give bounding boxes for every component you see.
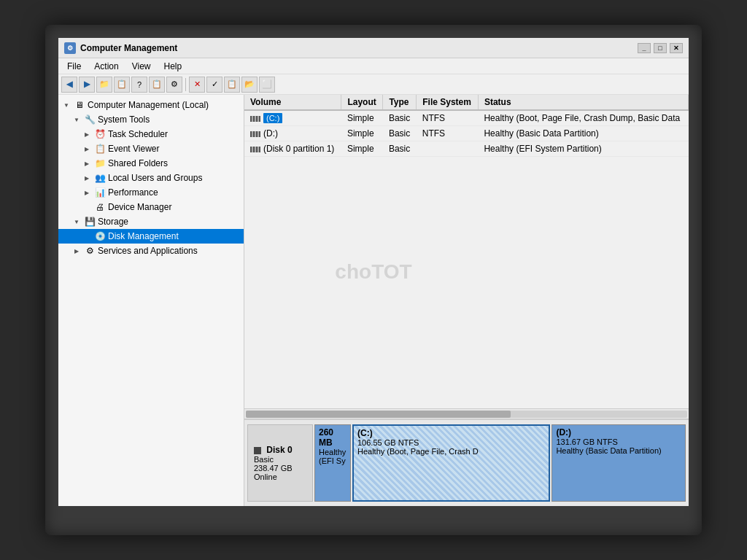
volume-part1-label: (Disk 0 partition 1): [263, 144, 334, 154]
monitor-bezel: ⚙ Computer Management _ □ ✕ File Action …: [45, 25, 702, 535]
shared-folders-icon: 📁: [94, 158, 106, 169]
col-volume: Volume: [244, 95, 341, 110]
volume-d-label: (D:): [263, 128, 278, 139]
expand-icon-event-viewer[interactable]: ▶: [82, 144, 92, 154]
expand-icon-system-tools[interactable]: ▼: [71, 114, 82, 125]
app-icon: ⚙: [64, 42, 76, 54]
sidebar-tree: ▼ 🖥 Computer Management (Local) ▼ 🔧 Syst…: [58, 95, 244, 506]
expand-icon-disk-management: [82, 231, 92, 241]
expand-icon-performance[interactable]: ▶: [82, 187, 92, 198]
services-icon: ⚙: [84, 245, 96, 257]
storage-icon: 💾: [84, 216, 96, 228]
sidebar-item-disk-management[interactable]: 💿 Disk Management: [58, 229, 244, 244]
expand-icon-services[interactable]: ▶: [71, 246, 82, 256]
horizontal-scrollbar[interactable]: [244, 408, 689, 419]
expand-icon-task-scheduler[interactable]: ▶: [82, 129, 92, 139]
save-button[interactable]: 📂: [241, 77, 258, 93]
col-layout: Layout: [341, 95, 383, 110]
partition-c-status: Healthy (Boot, Page File, Crash D: [357, 447, 545, 456]
sidebar-label-performance: Performance: [108, 187, 158, 198]
check-button[interactable]: ✓: [206, 77, 222, 93]
expand-icon-storage[interactable]: ▼: [71, 217, 82, 227]
partition-c-label: (C:): [357, 428, 545, 438]
sidebar-label-device-manager: Device Manager: [108, 202, 171, 212]
disk-type: Basic: [254, 455, 306, 464]
scrollbar-thumb[interactable]: [246, 411, 511, 418]
col-type: Type: [383, 95, 417, 110]
view-button[interactable]: ⬜: [259, 77, 275, 93]
cell-fs-c: NTFS: [417, 110, 479, 126]
volume-table-container: choTOT Volume Layout Type File System St…: [244, 95, 689, 408]
sidebar-label-local-users: Local Users and Groups: [108, 173, 202, 183]
sidebar-item-event-viewer[interactable]: ▶ 📋 Event Viewer: [58, 141, 244, 156]
cell-status-part1: Healthy (EFI System Partition): [478, 141, 688, 157]
disk-status: Online: [254, 472, 306, 481]
menu-help[interactable]: Help: [158, 60, 188, 73]
partition-d-status: Healthy (Basic Data Partition): [556, 446, 681, 455]
disk-visualization-section: Disk 0 Basic 238.47 GB Online 260 MB Hea…: [244, 419, 689, 506]
cell-type-c: Basic: [383, 110, 417, 126]
sidebar-item-local-users-groups[interactable]: ▶ 👥 Local Users and Groups: [58, 171, 244, 185]
menu-bar: File Action View Help: [58, 58, 689, 74]
partition-efi-sublabel: Healthy (EFI Sy: [319, 448, 347, 465]
sidebar-label-task-scheduler: Task Scheduler: [108, 129, 168, 139]
sidebar-label-computer-management: Computer Management (Local): [88, 100, 209, 110]
sidebar-item-system-tools[interactable]: ▼ 🔧 System Tools: [58, 112, 244, 127]
partition-efi[interactable]: 260 MB Healthy (EFI Sy: [314, 424, 351, 502]
title-controls: _ □ ✕: [638, 43, 683, 53]
expand-icon-shared-folders[interactable]: ▶: [82, 158, 92, 168]
event-viewer-icon: 📋: [94, 143, 106, 155]
sidebar-item-device-manager[interactable]: 🖨 Device Manager: [58, 200, 244, 214]
partition-c-size: 106.55 GB NTFS: [357, 438, 545, 447]
cell-status-c: Healthy (Boot, Page File, Crash Dump, Ba…: [478, 110, 688, 126]
menu-view[interactable]: View: [126, 60, 157, 73]
copy-button[interactable]: 📋: [114, 77, 130, 93]
back-button[interactable]: ◀: [61, 77, 77, 93]
partition-d[interactable]: (D:) 131.67 GB NTFS Healthy (Basic Data …: [551, 424, 686, 502]
scrollbar-track[interactable]: [246, 411, 687, 418]
maximize-button[interactable]: □: [654, 43, 667, 53]
screen: ⚙ Computer Management _ □ ✕ File Action …: [58, 38, 689, 506]
sidebar-item-performance[interactable]: ▶ 📊 Performance: [58, 185, 244, 200]
disk-size: 238.47 GB: [254, 464, 306, 472]
expand-icon-computer-management[interactable]: ▼: [61, 100, 71, 110]
sidebar-item-services-applications[interactable]: ▶ ⚙ Services and Applications: [58, 244, 244, 258]
partition-c[interactable]: (C:) 106.55 GB NTFS Healthy (Boot, Page …: [352, 424, 550, 502]
expand-icon-local-users[interactable]: ▶: [82, 173, 92, 183]
cell-layout-c: Simple: [341, 110, 383, 126]
sidebar-item-task-scheduler[interactable]: ▶ ⏰ Task Scheduler: [58, 127, 244, 141]
table-row[interactable]: (C:) Simple Basic NTFS Healthy (Boot, Pa…: [244, 110, 689, 126]
minimize-button[interactable]: _: [638, 43, 651, 53]
settings-button[interactable]: ⚙: [166, 77, 182, 93]
cell-fs-d: NTFS: [417, 126, 479, 141]
table-row[interactable]: (D:) Simple Basic NTFS Healthy (Basic Da…: [244, 126, 689, 141]
forward-button[interactable]: ▶: [79, 77, 95, 93]
menu-action[interactable]: Action: [88, 60, 124, 73]
system-tools-icon: 🔧: [84, 114, 96, 125]
sidebar-item-storage[interactable]: ▼ 💾 Storage: [58, 214, 244, 229]
cell-type-part1: Basic: [383, 141, 417, 157]
content-area: choTOT Volume Layout Type File System St…: [244, 95, 689, 506]
window-title: Computer Management: [80, 43, 177, 53]
menu-file[interactable]: File: [61, 60, 87, 73]
folder-button[interactable]: 📁: [96, 77, 112, 93]
sidebar-label-system-tools: System Tools: [98, 114, 150, 125]
sidebar-item-computer-management[interactable]: ▼ 🖥 Computer Management (Local): [58, 98, 244, 112]
close-button[interactable]: ✕: [670, 43, 683, 53]
delete-button[interactable]: ✕: [189, 77, 205, 93]
toolbar-separator: [185, 78, 186, 91]
performance-icon: 📊: [94, 187, 106, 198]
table-header-row: Volume Layout Type File System Status: [244, 95, 689, 110]
volume-c-badge: (C:): [263, 113, 282, 123]
local-users-icon: 👥: [94, 172, 106, 184]
help-button[interactable]: ?: [131, 77, 147, 93]
table-row[interactable]: (Disk 0 partition 1) Simple Basic Health…: [244, 141, 689, 157]
device-manager-icon: 🖨: [94, 201, 106, 213]
properties-button[interactable]: 📋: [149, 77, 165, 93]
sidebar-item-shared-folders[interactable]: ▶ 📁 Shared Folders: [58, 156, 244, 171]
cell-status-d: Healthy (Basic Data Partition): [478, 126, 688, 141]
sidebar-label-shared-folders: Shared Folders: [108, 158, 168, 168]
cell-fs-part1: [417, 141, 479, 157]
cell-volume-c: (C:): [244, 110, 341, 126]
open-button[interactable]: 📋: [224, 77, 240, 93]
